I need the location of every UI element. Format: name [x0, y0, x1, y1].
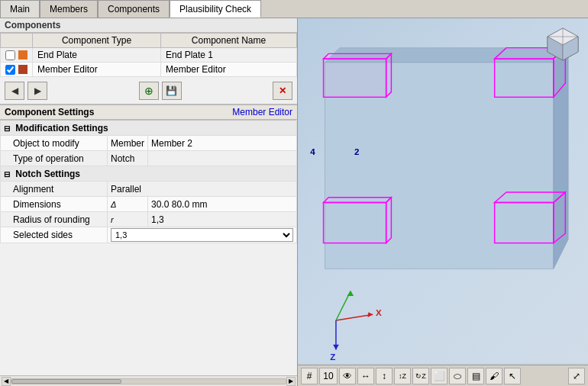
prop-value-sides[interactable]: 1,3 2,4 1,2,3,4 [108, 227, 297, 243]
delta-icon: Δ [111, 200, 116, 209]
col-name-header: Component Name [160, 34, 296, 48]
prop-icon-dimensions: Δ [108, 197, 148, 212]
collapse-modification-btn[interactable]: ⊟ [4, 124, 10, 133]
row2-type: Member Editor [33, 63, 161, 77]
row1-color [18, 50, 27, 60]
cylinder-btn[interactable]: ⬭ [449, 368, 466, 384]
scroll-thumb[interactable] [11, 379, 121, 384]
props-scroll-area[interactable]: ⊟ Modification Settings Object to modify… [0, 120, 297, 375]
prop-row-alignment: Alignment Parallel [1, 182, 297, 197]
add-btn[interactable]: ⊕ [139, 82, 159, 100]
cursor-icon: ↖ [509, 371, 516, 381]
delete-btn[interactable]: ✕ [273, 82, 292, 100]
prop-value-radius: 1,3 [148, 212, 297, 227]
axes-group: X Z [330, 291, 382, 362]
scroll-right-arrow[interactable]: ▶ [286, 377, 296, 386]
cylinder-icon: ⬭ [454, 371, 461, 381]
collapse-notch-btn[interactable]: ⊟ [4, 170, 10, 179]
table-row: Member Editor Member Editor [1, 63, 297, 77]
scene-3d: 2 4 X Z [298, 18, 588, 363]
svg-marker-20 [347, 291, 354, 296]
move-left-icon: ◀ [11, 85, 18, 96]
box-btn[interactable]: ⬜ [431, 368, 447, 384]
eye-btn[interactable]: 👁 [339, 368, 356, 384]
move-z-btn[interactable]: ↕Z [394, 368, 411, 384]
row1-check-cell [5, 50, 27, 60]
settings-header: Component Settings Member Editor [0, 105, 297, 120]
r-icon: r [111, 215, 114, 224]
row2-name: Member Editor [160, 63, 296, 77]
top-tab-bar: Main Members Components Plausibility Che… [0, 0, 588, 18]
box-icon: ⬜ [434, 371, 445, 381]
prop-label-object: Object to modify [1, 136, 108, 151]
cube-svg [544, 24, 582, 63]
prop-value-dimensions: 30.0 80.0 mm [148, 197, 297, 212]
move-h-btn[interactable]: ↔ [357, 368, 374, 384]
row1-checkbox[interactable] [5, 50, 15, 60]
cursor-btn[interactable]: ↖ [504, 368, 521, 384]
col-type-header: Component Type [33, 34, 161, 48]
svg-marker-2 [554, 48, 568, 269]
move-h-icon: ↔ [361, 371, 370, 381]
tab-components[interactable]: Components [98, 0, 170, 18]
eye-icon: 👁 [343, 371, 352, 381]
row1-type: End Plate [33, 48, 161, 63]
scroll-track[interactable] [11, 378, 286, 384]
move-left-btn[interactable]: ◀ [5, 82, 24, 100]
tab-members[interactable]: Members [40, 0, 98, 18]
number-btn[interactable]: 10 [319, 368, 338, 384]
label-4: 4 [310, 147, 315, 156]
move-v-btn[interactable]: ↕ [376, 368, 393, 384]
svg-line-16 [336, 314, 373, 320]
tab-main[interactable]: Main [0, 0, 40, 18]
notch-settings-header: ⊟ Notch Settings [1, 166, 297, 182]
fullscreen-icon: ⤢ [573, 371, 580, 381]
col-check [1, 34, 33, 48]
svg-text:Z: Z [330, 352, 335, 362]
row1-name: End Plate 1 [160, 48, 296, 63]
prop-value2-object: Member 2 [148, 136, 297, 151]
components-table: Component Type Component Name [0, 33, 297, 77]
tab-plausibility-check[interactable]: Plausibility Check [170, 0, 261, 18]
settings-title: Component Settings [5, 107, 94, 117]
grid-icon: # [307, 371, 312, 381]
svg-text:X: X [376, 308, 382, 317]
move-right-btn[interactable]: ▶ [27, 82, 47, 100]
paint-btn[interactable]: 🖌 [486, 368, 502, 384]
scale-icon: 10 [323, 371, 333, 381]
prop-label-operation: Type of operation [1, 151, 108, 166]
move-z-icon: ↕Z [399, 372, 406, 380]
fullscreen-btn[interactable]: ⤢ [568, 368, 585, 384]
scroll-left-arrow[interactable]: ◀ [2, 377, 11, 386]
svg-marker-22 [333, 345, 339, 350]
settings-subtitle: Member Editor [232, 107, 292, 117]
table-row: End Plate End Plate 1 [1, 48, 297, 63]
left-panel: Components Component Type Component Name [0, 18, 298, 386]
rotate-btn[interactable]: ↻Z [412, 368, 429, 384]
save-btn[interactable]: 💾 [162, 82, 182, 100]
components-section-header: Components [0, 18, 297, 33]
prop-value-alignment: Parallel [108, 182, 297, 197]
row2-color [18, 65, 27, 74]
move-v-icon: ↕ [382, 371, 386, 381]
prop-value-object: Member [108, 136, 148, 151]
rotate-z-icon: ↻Z [415, 372, 426, 380]
prop-icon-radius: r [108, 212, 148, 227]
row2-checkbox[interactable] [5, 65, 15, 75]
orientation-cube[interactable] [544, 24, 582, 63]
grid-btn[interactable]: # [301, 368, 318, 384]
label-2: 2 [354, 147, 359, 156]
render-btn[interactable]: ▤ [467, 368, 484, 384]
horizontal-scrollbar[interactable]: ◀ ▶ [0, 375, 297, 386]
sides-select[interactable]: 1,3 2,4 1,2,3,4 [111, 228, 293, 242]
paint-icon: 🖌 [489, 371, 499, 381]
prop-row-operation: Type of operation Notch [1, 151, 297, 166]
right-panel: 2 4 X Z [298, 18, 588, 386]
prop-label-radius: Radius of rounding [1, 212, 108, 227]
main-layout: Components Component Type Component Name [0, 18, 588, 386]
prop-row-object: Object to modify Member Member 2 [1, 136, 297, 151]
viewport: 2 4 X Z [298, 18, 588, 386]
prop-label-dimensions: Dimensions [1, 197, 108, 212]
prop-row-radius: Radius of rounding r 1,3 [1, 212, 297, 227]
prop-row-sides: Selected sides 1,3 2,4 1,2,3,4 [1, 227, 297, 243]
